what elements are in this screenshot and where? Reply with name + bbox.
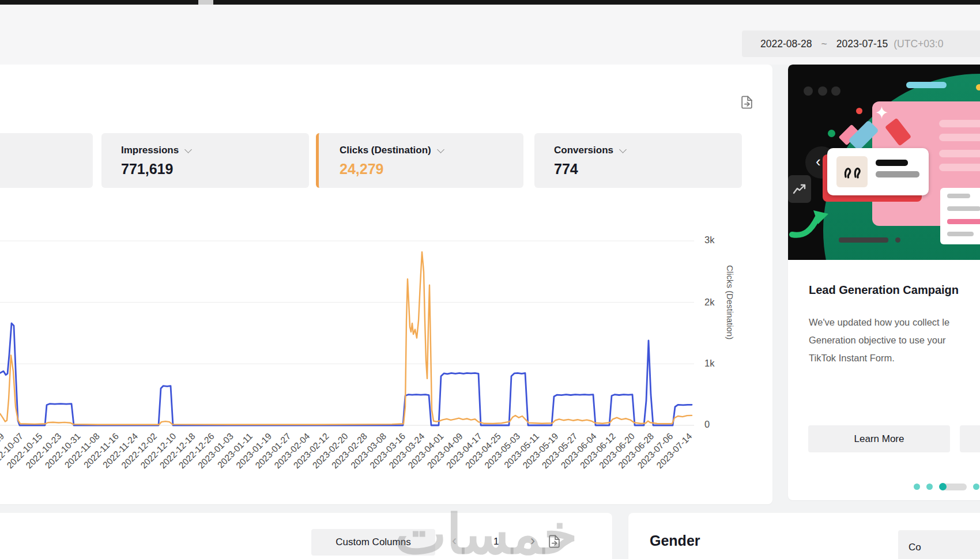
art-sub-bar: [947, 232, 974, 236]
art-sub-bar: [947, 194, 970, 198]
carousel-dot-active[interactable]: [939, 483, 967, 490]
chart-thumbnail-icon: [788, 175, 811, 203]
growth-arrow-icon: [789, 206, 834, 240]
art-green-dot: [828, 130, 835, 137]
gender-card-title: Gender: [650, 532, 700, 549]
date-start: 2022-08-28: [760, 38, 812, 50]
art-window-dot: [804, 86, 813, 96]
art-scribble-tile: [836, 156, 868, 187]
promo-body-line: We've updated how you collect le: [809, 317, 949, 328]
window-tab-notch: [198, 0, 213, 5]
metric-label: Clicks (Destination): [340, 145, 431, 156]
art-subtitle-bar: [876, 171, 919, 177]
line-chart: 2022-09-292022-10-072022-10-152022-10-23…: [0, 225, 698, 501]
y-tick-label: 2k: [704, 297, 728, 308]
y-tick-label: 0: [704, 419, 728, 430]
metric-value: 771,619: [121, 161, 173, 177]
learn-more-button[interactable]: Learn More: [808, 425, 950, 452]
export-icon: [739, 95, 755, 110]
carousel-dots: [914, 483, 979, 490]
export-icon: [546, 534, 562, 549]
art-sub-bar-pink: [947, 219, 980, 224]
promo-title: Lead Generation Campaign: [809, 284, 959, 297]
sparkle-icon: ✦: [875, 103, 889, 123]
metric-label: Conversions: [554, 145, 613, 156]
gender-card: Gender Co: [628, 513, 980, 559]
window-top-strip: [0, 0, 980, 5]
date-range-picker[interactable]: 2022-08-28 ~ 2023-07-15 (UTC+03:0: [742, 31, 980, 57]
art-pink-row: [939, 164, 980, 171]
carousel-prev-icon[interactable]: ‹: [816, 154, 821, 169]
campaign-table-card: Custom Columns ‹ 1 ›: [0, 513, 612, 559]
scribble-icon: [842, 162, 862, 182]
chevron-down-icon: [184, 146, 192, 153]
promo-illustration: ✦ ‹: [788, 65, 980, 260]
promo-body-line: TikTok Instant Form.: [809, 353, 895, 364]
export-chart-button[interactable]: [739, 95, 755, 110]
art-red-dot: [856, 108, 862, 114]
promo-card: ✦ ‹: [788, 65, 980, 500]
pagination-next-icon[interactable]: ›: [530, 534, 535, 547]
pagination-prev-icon[interactable]: ‹: [452, 534, 457, 547]
art-pink-row: [939, 150, 980, 157]
custom-columns-button[interactable]: Custom Columns: [311, 529, 435, 556]
chevron-down-icon: [437, 146, 444, 153]
metric-card-partial[interactable]: [0, 133, 93, 188]
carousel-dot[interactable]: [973, 484, 979, 490]
metric-label: Impressions: [121, 145, 179, 156]
gender-metric-dropdown[interactable]: Co: [898, 530, 980, 559]
art-pink-row: [939, 120, 980, 127]
art-form-card: [827, 148, 929, 195]
art-yellow-dot: [976, 84, 980, 90]
art-white-subpanel: [940, 188, 980, 244]
art-teal-bar: [906, 82, 947, 88]
chevron-down-icon: [619, 146, 627, 153]
art-bottom-dot: [895, 237, 900, 243]
date-separator: ~: [821, 38, 827, 50]
art-bottom-bar: [839, 237, 888, 243]
date-end: 2023-07-15: [836, 38, 888, 50]
pagination-current-page[interactable]: 1: [493, 536, 499, 547]
header-band: 2022-08-28 ~ 2023-07-15 (UTC+03:0: [0, 5, 980, 65]
art-window-dot: [831, 86, 840, 96]
metric-card-clicks-destination-[interactable]: Clicks (Destination)24,279: [316, 133, 523, 188]
timezone-label: (UTC+03:0: [894, 38, 943, 50]
art-sub-bar: [947, 206, 980, 211]
y-tick-label: 3k: [704, 235, 728, 245]
analytics-chart-card: Impressions771,619Clicks (Destination)24…: [0, 65, 772, 504]
metric-value: 24,279: [340, 161, 383, 177]
export-table-button[interactable]: [546, 534, 562, 549]
y-axis-title: Clicks (Destination): [725, 265, 735, 398]
carousel-dot[interactable]: [914, 484, 920, 490]
metric-value: 774: [554, 161, 578, 177]
art-window-dot: [818, 86, 827, 96]
y-tick-label: 1k: [704, 358, 728, 369]
metric-card-conversions[interactable]: Conversions774: [534, 133, 742, 188]
promo-body-line: Generation objective to use your: [809, 335, 946, 346]
metric-card-impressions[interactable]: Impressions771,619: [101, 133, 309, 188]
art-title-bar: [876, 160, 908, 166]
art-pink-row: [939, 134, 980, 141]
secondary-button-partial[interactable]: [960, 425, 980, 452]
carousel-dot[interactable]: [926, 484, 933, 490]
